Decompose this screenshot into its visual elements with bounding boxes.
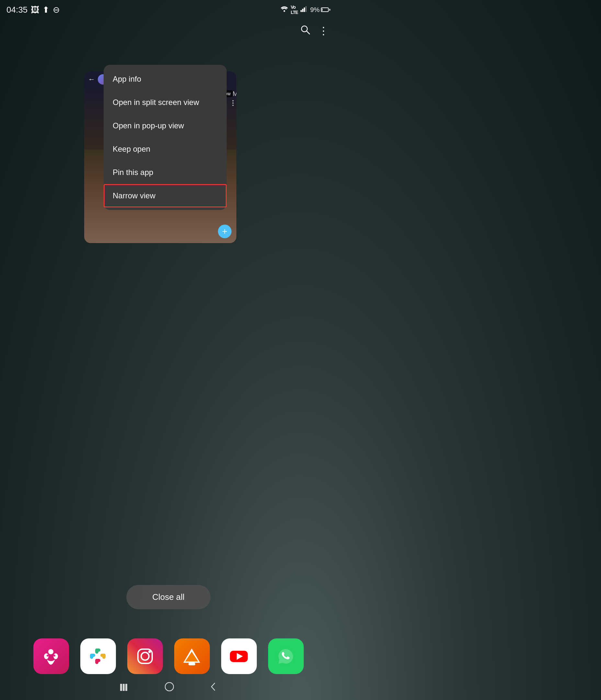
svg-point-13 bbox=[47, 655, 49, 656]
status-bar: 04:35 🖼 ⬆ ⊖ VoLTE 9% bbox=[0, 0, 337, 20]
svg-point-24 bbox=[141, 652, 149, 660]
battery-display: 9% bbox=[310, 6, 330, 14]
svg-rect-1 bbox=[300, 10, 302, 12]
menu-item-split-screen[interactable]: Open in split screen view bbox=[104, 91, 227, 114]
dock-icon-slack[interactable] bbox=[80, 639, 116, 674]
svg-rect-35 bbox=[165, 682, 174, 691]
svg-point-0 bbox=[283, 10, 285, 12]
svg-rect-3 bbox=[304, 7, 305, 12]
menu-item-keep-open[interactable]: Keep open bbox=[104, 138, 227, 161]
m-label: M bbox=[233, 90, 236, 98]
svg-rect-4 bbox=[305, 6, 307, 12]
signal-icon bbox=[300, 6, 308, 14]
svg-line-6 bbox=[307, 31, 310, 34]
time-display: 04:35 bbox=[6, 5, 28, 15]
lte-icon: VoLTE bbox=[291, 4, 298, 15]
svg-point-14 bbox=[53, 655, 55, 656]
back-arrow-icon: ← bbox=[88, 75, 95, 83]
dock-icon-whatsapp[interactable] bbox=[268, 639, 304, 674]
home-button[interactable] bbox=[160, 680, 179, 695]
wifi-icon bbox=[281, 6, 288, 14]
dock-icon-youtube[interactable] bbox=[221, 639, 257, 674]
svg-rect-34 bbox=[125, 684, 127, 691]
recents-button[interactable] bbox=[115, 681, 134, 695]
close-all-button[interactable]: Close all bbox=[126, 585, 210, 609]
svg-rect-28 bbox=[188, 663, 195, 665]
top-actions: ⋮ bbox=[298, 23, 330, 39]
menu-dots bbox=[232, 100, 234, 107]
menu-item-narrow-view[interactable]: Narrow view bbox=[104, 184, 227, 207]
status-left: 04:35 🖼 ⬆ ⊖ bbox=[6, 5, 60, 15]
context-menu: App info Open in split screen view Open … bbox=[104, 65, 227, 210]
search-button[interactable] bbox=[298, 23, 312, 39]
more-options-button[interactable]: ⋮ bbox=[317, 23, 330, 39]
dock-icon-bixby[interactable] bbox=[33, 639, 69, 674]
svg-point-8 bbox=[233, 102, 234, 104]
svg-rect-22 bbox=[95, 659, 99, 664]
menu-item-pin-app[interactable]: Pin this app bbox=[104, 161, 227, 184]
svg-rect-33 bbox=[123, 684, 125, 691]
svg-rect-16 bbox=[90, 654, 93, 659]
plus-button[interactable]: + bbox=[218, 225, 232, 238]
photo-icon: 🖼 bbox=[31, 5, 39, 15]
svg-rect-32 bbox=[120, 684, 122, 691]
nav-bar bbox=[0, 680, 337, 695]
svg-point-10 bbox=[48, 649, 53, 654]
dnd-icon: ⊖ bbox=[53, 5, 60, 15]
svg-rect-20 bbox=[102, 654, 106, 659]
status-right: VoLTE 9% bbox=[281, 4, 330, 15]
menu-item-popup-view[interactable]: Open in pop-up view bbox=[104, 114, 227, 138]
svg-point-25 bbox=[148, 650, 151, 653]
dock-icon-instagram[interactable] bbox=[127, 639, 163, 674]
svg-rect-18 bbox=[95, 648, 100, 652]
battery-icon bbox=[321, 7, 330, 12]
dock-icon-vlc[interactable] bbox=[174, 639, 210, 674]
upload-icon: ⬆ bbox=[43, 5, 50, 15]
back-button[interactable] bbox=[205, 680, 221, 695]
svg-point-7 bbox=[233, 100, 234, 101]
svg-point-9 bbox=[233, 105, 234, 106]
menu-item-app-info[interactable]: App info bbox=[104, 68, 227, 91]
dock bbox=[0, 639, 337, 674]
svg-rect-2 bbox=[302, 9, 304, 12]
